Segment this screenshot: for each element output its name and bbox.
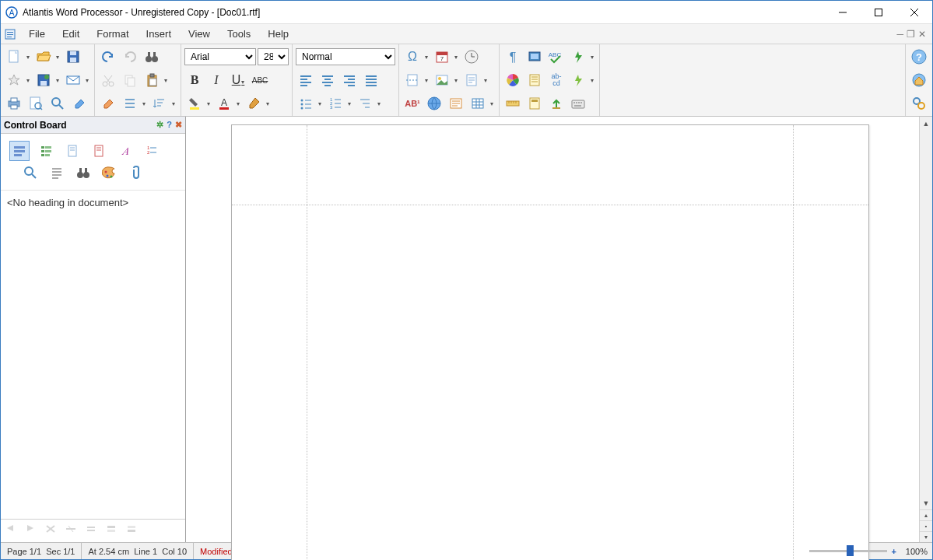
align-center-button[interactable] xyxy=(317,70,338,90)
nav-next-icon[interactable] xyxy=(24,523,40,539)
date-button[interactable]: 7▾ xyxy=(432,47,460,67)
copy-button[interactable] xyxy=(120,70,140,90)
scroll-track[interactable] xyxy=(920,130,932,496)
nav-sect2-icon[interactable] xyxy=(125,523,141,539)
align-left-button[interactable] xyxy=(296,70,316,90)
paste-button[interactable]: ▾ xyxy=(142,70,170,90)
hyperlink-button[interactable] xyxy=(424,93,444,114)
multilevel-list-button[interactable]: ▾ xyxy=(355,93,383,114)
page-break-button[interactable]: ▾ xyxy=(402,70,430,90)
panel-close-icon[interactable]: ✖ xyxy=(175,120,182,130)
document-area[interactable]: ▲ ▼ ▴ • ▾ xyxy=(186,117,932,542)
undo-button[interactable] xyxy=(98,47,118,67)
vertical-scrollbar[interactable]: ▲ ▼ ▴ • ▾ xyxy=(919,117,932,542)
mdi-restore-icon[interactable]: ❐ xyxy=(907,29,915,40)
preview-button[interactable] xyxy=(26,93,46,114)
menu-insert[interactable]: Insert xyxy=(140,26,178,41)
superscript-button[interactable]: AB¹ xyxy=(402,93,423,114)
binoculars-button[interactable] xyxy=(142,47,162,67)
insert-field-button[interactable]: ▾ xyxy=(461,70,489,90)
lightning-button[interactable]: ▾ xyxy=(568,70,596,90)
menu-file[interactable]: File xyxy=(23,26,51,41)
time-button[interactable] xyxy=(461,47,482,67)
menu-edit[interactable]: Edit xyxy=(56,26,86,41)
maximize-button[interactable] xyxy=(861,1,896,23)
cb-pages-button[interactable] xyxy=(63,142,82,160)
clear-format-button[interactable] xyxy=(98,93,118,114)
close-button[interactable] xyxy=(896,1,932,23)
underline-button[interactable]: U xyxy=(228,70,248,90)
erase-button[interactable] xyxy=(69,93,89,114)
zoom-value[interactable]: 100% xyxy=(901,547,928,556)
pilcrow-button[interactable]: ¶ xyxy=(503,47,523,67)
strike-button[interactable]: ABC xyxy=(250,70,270,90)
document-map-button[interactable] xyxy=(524,70,545,90)
cb-find-button[interactable] xyxy=(21,163,40,182)
cb-styles-button[interactable]: 𝐴 xyxy=(116,142,135,160)
panel-gear-icon[interactable]: ✲ xyxy=(156,120,163,130)
nav-up-icon[interactable] xyxy=(85,523,100,539)
cb-lists-button[interactable]: 12 xyxy=(142,142,161,160)
status-page[interactable]: Page 1/1 Sec 1/1 xyxy=(1,543,82,559)
scroll-down-icon[interactable]: ▼ xyxy=(920,496,932,509)
help-button[interactable]: ? xyxy=(909,47,929,67)
menu-view[interactable]: View xyxy=(182,26,216,41)
save-special-button[interactable]: ▾ xyxy=(33,70,61,90)
cut-button[interactable] xyxy=(98,70,118,90)
font-color-button[interactable]: A▾ xyxy=(214,93,242,114)
cb-palette-button[interactable] xyxy=(100,163,119,182)
nav-prev-icon[interactable] xyxy=(4,523,19,539)
upload-button[interactable] xyxy=(546,93,566,114)
cb-clip-button[interactable] xyxy=(127,163,146,182)
nav-cut-icon[interactable] xyxy=(65,523,80,539)
status-position[interactable]: At 2.54 cm Line 1 Col 10 xyxy=(82,543,194,559)
symbol-button[interactable]: Ω▾ xyxy=(402,47,430,67)
hyphenation-button[interactable]: ab- cd xyxy=(546,70,566,90)
align-right-button[interactable] xyxy=(339,70,360,90)
insert-text-button[interactable] xyxy=(446,93,466,114)
ruler-button[interactable] xyxy=(503,93,523,114)
cb-sections-button[interactable] xyxy=(37,142,55,160)
panel-help-icon[interactable]: ? xyxy=(167,120,172,130)
mdi-minimize-icon[interactable]: ─ xyxy=(896,29,903,40)
zoom-thumb[interactable] xyxy=(847,545,854,556)
mdi-close-icon[interactable]: ✕ xyxy=(918,29,926,40)
page-down-icon[interactable]: ▾ xyxy=(920,531,932,542)
format-brush-button[interactable]: ▾ xyxy=(244,93,272,114)
browse-object-icon[interactable]: • xyxy=(920,520,932,531)
settings-button[interactable] xyxy=(909,93,929,114)
menu-help[interactable]: Help xyxy=(261,26,295,41)
scroll-up-icon[interactable]: ▲ xyxy=(920,117,932,130)
insert-image-button[interactable]: ▾ xyxy=(432,70,460,90)
nav-del-icon[interactable] xyxy=(44,523,60,539)
font-size-combo[interactable]: 28 xyxy=(258,48,289,65)
style-combo[interactable]: Normal xyxy=(296,48,395,65)
print-button[interactable] xyxy=(4,93,24,114)
bold-button[interactable]: B xyxy=(184,70,205,90)
font-name-combo[interactable]: Arial xyxy=(184,48,256,65)
system-menu-icon[interactable] xyxy=(4,28,16,40)
nav-sect1-icon[interactable] xyxy=(105,523,121,539)
cb-bookmarks-button[interactable] xyxy=(89,142,108,160)
highlight-button[interactable]: ▾ xyxy=(184,93,212,114)
insert-table-button[interactable]: ▾ xyxy=(468,93,496,114)
number-list-button[interactable]: 123▾ xyxy=(325,93,353,114)
save-button[interactable] xyxy=(63,47,83,67)
zoom-in-button[interactable]: + xyxy=(892,547,896,556)
cb-binoculars-button[interactable] xyxy=(74,163,93,182)
open-button[interactable]: ▾ xyxy=(33,47,61,67)
redo-button[interactable] xyxy=(120,47,140,67)
keyboard-button[interactable] xyxy=(568,93,588,114)
zoom-slider[interactable] xyxy=(809,550,887,552)
menu-tools[interactable]: Tools xyxy=(221,26,257,41)
fullscreen-button[interactable] xyxy=(524,47,545,67)
favorites-button[interactable]: ▾ xyxy=(4,70,32,90)
menu-format[interactable]: Format xyxy=(90,26,135,41)
line-spacing-button[interactable]: ▾ xyxy=(120,93,148,114)
cb-lines-button[interactable] xyxy=(47,163,66,182)
tab-stops-button[interactable] xyxy=(524,93,545,114)
document-page[interactable] xyxy=(231,124,869,560)
spellcheck-button[interactable]: ABC xyxy=(546,47,566,67)
minimize-button[interactable] xyxy=(825,1,861,23)
italic-button[interactable]: I xyxy=(206,70,226,90)
